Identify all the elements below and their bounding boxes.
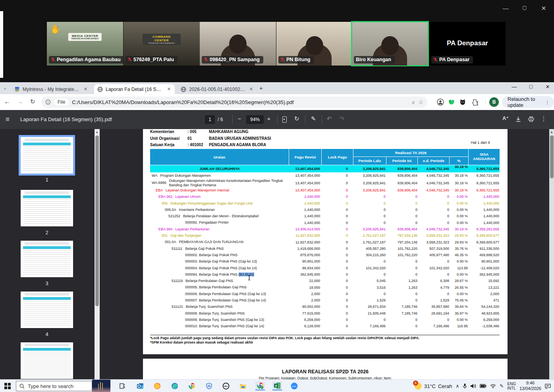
page-thumbnail-1[interactable] bbox=[21, 137, 73, 174]
chrome-running-icon[interactable]: B bbox=[255, 382, 265, 390]
browser-tab-3[interactable]: 2026-01-005.01-401002-03-16✕ bbox=[178, 84, 257, 94]
table-row: 000094. Belanja Gaji Pokok PNS (BA BUN)3… bbox=[150, 271, 500, 278]
address-bar[interactable]: File C:/Users/DIKLAT%20MA/Downloads/Lapo… bbox=[41, 97, 427, 108]
news-widget-thumbnail[interactable] bbox=[92, 380, 110, 392]
sidebar-scrollbar[interactable]: ▲ bbox=[95, 129, 100, 379]
task-view-icon[interactable] bbox=[118, 382, 127, 390]
redo-button[interactable]: ↷ bbox=[338, 115, 346, 122]
file-scheme-chip: File bbox=[54, 98, 69, 106]
zoom-maximize-button[interactable]: ▢ bbox=[519, 5, 531, 10]
language-indicator[interactable]: ENGINTL bbox=[507, 382, 516, 391]
file-explorer-icon[interactable] bbox=[238, 382, 248, 390]
browser-tab-1[interactable]: MyIntress - My Integrated Treas✕ bbox=[11, 84, 91, 94]
realization-table: Uraian Pagu Revisi Lock Pagu Realisasi T… bbox=[150, 149, 500, 330]
pdf-globe-favicon bbox=[97, 87, 103, 92]
back-button[interactable]: ← bbox=[2, 98, 12, 105]
tray-expand-icon[interactable]: ∧ bbox=[456, 383, 459, 389]
extensions-puzzle-icon[interactable] bbox=[472, 98, 480, 106]
page-thumbnail-5[interactable] bbox=[21, 342, 73, 379]
browser-minimize-button[interactable]: — bbox=[508, 84, 520, 90]
screen: MEDIA CENTERPENGADILAN AGAMA BAUBAU✋Peng… bbox=[0, 0, 554, 392]
participant-tile-biro-keuangan[interactable]: Biro Keuangan bbox=[352, 22, 428, 66]
report-title: LAPORAN REALISASI SP2D TA 2026 bbox=[143, 369, 508, 375]
zoom-minimize-button[interactable]: — bbox=[500, 5, 512, 12]
participant-name-label: PA Denpasar bbox=[431, 56, 473, 64]
dell-icon[interactable]: DELL bbox=[221, 382, 231, 390]
tab-close-icon[interactable]: ✕ bbox=[249, 87, 254, 92]
url-text[interactable]: C:/Users/DIKLAT%20MA/Downloads/Laporan%2… bbox=[72, 99, 409, 105]
undo-button[interactable]: ↶ bbox=[325, 115, 334, 122]
browser-tab-2[interactable]: Laporan Fa Detail (16 Segmen)✕ bbox=[94, 84, 175, 94]
new-tab-button[interactable]: + bbox=[259, 85, 263, 91]
tab-close-icon[interactable]: ✕ bbox=[83, 87, 88, 92]
profile-avatar[interactable]: B bbox=[489, 97, 499, 107]
text-annotation-button[interactable]: A⁺ bbox=[501, 115, 510, 121]
excel-icon[interactable]: X bbox=[272, 382, 282, 390]
relaunch-to-update-button[interactable]: Relaunch to update ⋮ bbox=[502, 96, 554, 108]
zoom-in-button[interactable]: + bbox=[264, 115, 273, 122]
shield-app-icon[interactable] bbox=[204, 382, 214, 390]
edge-icon[interactable] bbox=[170, 382, 180, 390]
selected-text: (BA BUN) bbox=[239, 272, 254, 276]
forward-button[interactable]: → bbox=[15, 98, 25, 105]
participant-tile-098420-pn-sampang[interactable]: 098420_PN Sampang bbox=[200, 22, 276, 66]
start-button[interactable] bbox=[4, 383, 11, 389]
microphone-icon[interactable] bbox=[463, 383, 467, 389]
zoom-level-value[interactable]: 94% bbox=[246, 115, 264, 124]
participant-tile-576249-pta-palu[interactable]: COMMAND CENTERPENGADILAN TINGGI AGAMA PA… bbox=[124, 22, 200, 66]
tab-close-icon[interactable]: ✕ bbox=[166, 87, 172, 92]
action-center-icon[interactable] bbox=[545, 384, 551, 389]
browser-close-button[interactable]: ✕ bbox=[542, 84, 554, 90]
extension-cat-icon[interactable] bbox=[459, 98, 467, 106]
extension-leaf-icon[interactable] bbox=[448, 98, 456, 106]
participant-tile-pa-denpasar[interactable]: PA DenpasarPA Denpasar bbox=[429, 22, 506, 66]
reload-button[interactable]: ↻ bbox=[28, 98, 37, 105]
footnote-spm: *SPM Koreksi dalam proses akan masuk seb… bbox=[150, 340, 500, 345]
info-icon[interactable] bbox=[45, 99, 51, 105]
zoom-out-button[interactable]: − bbox=[235, 115, 244, 122]
zoom-app-icon[interactable]: zoom bbox=[290, 382, 299, 390]
thumbnail-page-number: 4 bbox=[21, 331, 73, 337]
zoom-close-button[interactable]: ✕ bbox=[538, 5, 550, 12]
table-row-total: JUMLAH SELURUHNYA13,407,454,00003,206,92… bbox=[150, 165, 500, 172]
rotate-button[interactable]: ↻ bbox=[292, 115, 301, 122]
thumbnail-page-number: 1 bbox=[21, 177, 73, 183]
pdf-menu-icon[interactable]: ≡ bbox=[6, 116, 10, 124]
extension-avatar-icon[interactable] bbox=[437, 98, 445, 106]
print-button[interactable] bbox=[527, 115, 535, 122]
participant-tile-pengadilan-agama-baubau[interactable]: MEDIA CENTERPENGADILAN AGAMA BAUBAU✋Peng… bbox=[47, 22, 123, 66]
bookmark-star-icon[interactable]: ☆ bbox=[418, 99, 423, 105]
browser-menu-icon[interactable]: ⋮ bbox=[545, 99, 550, 105]
meta-row: Kementerian: 005MAHKAMAH AGUNG bbox=[150, 129, 249, 134]
document-scrollbar[interactable]: ▲ bbox=[549, 129, 554, 379]
browser-maximize-button[interactable]: ▢ bbox=[525, 84, 537, 89]
page-number-input[interactable]: 1 bbox=[205, 115, 215, 124]
pdf-toolbar-divider bbox=[305, 115, 305, 124]
speaker-icon[interactable] bbox=[471, 384, 476, 388]
page-thumbnail-3[interactable] bbox=[21, 241, 73, 277]
download-button[interactable] bbox=[514, 115, 523, 122]
page-indicator-label: Hal 1 dari 6 bbox=[471, 140, 490, 145]
weather-widget[interactable]: 6 31°C Cerah bbox=[415, 382, 452, 390]
annotate-pen-button[interactable]: ✎ bbox=[309, 115, 318, 122]
sidebar-scrollbar-thumb[interactable] bbox=[95, 135, 99, 306]
participant-head bbox=[381, 36, 399, 55]
windows-ink-pen-icon[interactable]: ✎ bbox=[500, 383, 504, 389]
document-scrollbar-thumb[interactable] bbox=[550, 135, 554, 178]
fit-to-page-button[interactable] bbox=[282, 116, 287, 123]
outlook-icon[interactable] bbox=[135, 382, 145, 390]
page-thumbnail-4[interactable] bbox=[21, 292, 73, 328]
pdf-more-menu-icon[interactable]: ⋮ bbox=[539, 115, 548, 122]
report-subtitle: Per Program; Kegiatan; Output; SubOutput… bbox=[143, 376, 508, 379]
tab-search-chevron-icon[interactable]: ⌄ bbox=[3, 85, 7, 91]
table-row: 005.0AInventaris Perkantoran1,440,000000… bbox=[150, 207, 500, 213]
chrome-icon[interactable] bbox=[187, 382, 197, 390]
firefox-icon[interactable] bbox=[152, 382, 162, 390]
taskbar-search-input[interactable]: Type here to search bbox=[16, 381, 92, 391]
clock[interactable]: 9:4613/04/2026 bbox=[519, 380, 541, 392]
zoom-page-icon[interactable]: ⌕ bbox=[412, 99, 415, 106]
wifi-icon[interactable] bbox=[490, 384, 496, 388]
battery-icon[interactable] bbox=[480, 384, 486, 388]
page-thumbnail-2[interactable] bbox=[21, 190, 73, 226]
participant-tile-pn-bitung[interactable]: PN Bitung bbox=[276, 22, 353, 66]
